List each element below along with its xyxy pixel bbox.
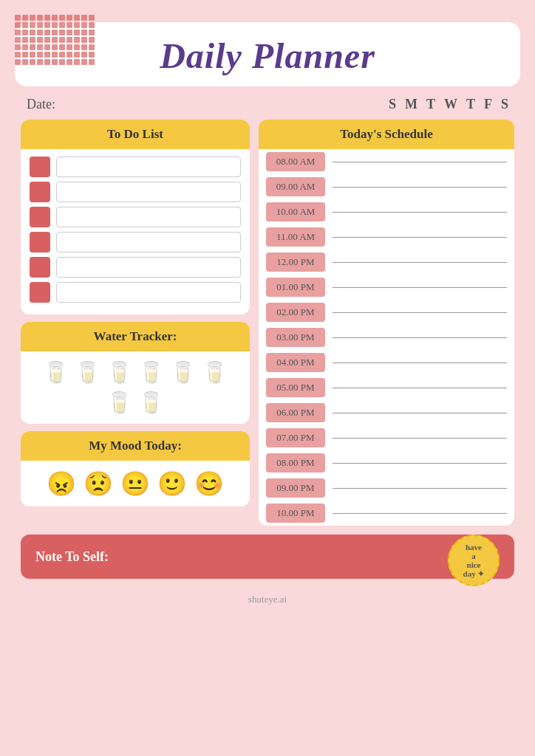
todo-checkbox-1[interactable] (30, 157, 50, 177)
glass-2[interactable]: 🥛 (75, 360, 100, 385)
todo-line-6[interactable] (56, 282, 241, 303)
todo-section: To Do List (21, 120, 250, 315)
schedule-row-0600pm: 06.00 PM (259, 400, 514, 425)
time-line-1200[interactable] (333, 262, 507, 263)
schedule-row-0800pm: 08.00 PM (259, 450, 514, 475)
time-line-1100[interactable] (333, 237, 507, 238)
schedule-row-0800: 08.00 AM (259, 149, 514, 174)
glass-3[interactable]: 🥛 (106, 360, 132, 385)
todo-line-2[interactable] (56, 182, 241, 202)
day-w: W (444, 97, 457, 112)
glass-4[interactable]: 🥛 (138, 360, 164, 385)
date-row: Date: S M T W T F S (15, 86, 520, 120)
todo-line-4[interactable] (56, 232, 241, 252)
nice-day-badge: haveaniceday ✦ (448, 535, 500, 586)
time-line-1000pm[interactable] (333, 513, 507, 514)
left-column: To Do List (21, 120, 250, 526)
time-line-0200pm[interactable] (333, 312, 507, 313)
time-0300pm: 03.00 PM (266, 328, 325, 347)
time-line-0800pm[interactable] (333, 463, 507, 464)
time-0500pm: 05.00 PM (266, 378, 325, 397)
time-0600pm: 06.00 PM (266, 403, 325, 422)
grid-decoration (15, 15, 96, 66)
todo-item-2 (30, 182, 241, 202)
mood-very-happy[interactable]: 😊 (194, 470, 224, 498)
todo-item-3 (30, 207, 241, 227)
todo-header: To Do List (21, 120, 250, 149)
time-line-0300pm[interactable] (333, 337, 507, 338)
time-1100: 11.00 AM (266, 227, 325, 247)
time-line-0900[interactable] (333, 187, 507, 188)
schedule-row-1000pm: 10.00 PM (259, 501, 514, 526)
water-glasses: 🥛 🥛 🥛 🥛 🥛 🥛 🥛 🥛 (21, 351, 250, 424)
time-line-0800[interactable] (333, 162, 507, 162)
time-1000: 10.00 AM (266, 202, 325, 221)
todo-item-5 (30, 257, 241, 278)
schedule-row-0500pm: 05.00 PM (259, 375, 514, 400)
schedule-row-1100: 11.00 AM (259, 224, 514, 250)
todo-checkbox-6[interactable] (30, 282, 50, 303)
time-line-0400pm[interactable] (333, 362, 507, 363)
schedule-row-0300pm: 03.00 PM (259, 325, 514, 350)
schedule-body: 08.00 AM 09.00 AM 10.00 AM 11.00 AM 12.0… (259, 149, 514, 526)
time-line-0100pm[interactable] (333, 287, 507, 288)
todo-checkbox-4[interactable] (30, 232, 50, 252)
schedule-row-0700pm: 07.00 PM (259, 425, 514, 450)
schedule-row-1200: 12.00 PM (259, 250, 514, 275)
schedule-row-0200pm: 02.00 PM (259, 300, 514, 325)
main-content: To Do List (15, 120, 520, 526)
time-line-0600pm[interactable] (333, 413, 507, 413)
footer: shuteye.ai (15, 579, 520, 611)
time-0200pm: 02.00 PM (266, 303, 325, 322)
mood-sad[interactable]: 😟 (84, 470, 113, 498)
date-label: Date: (27, 97, 55, 112)
time-1200: 12.00 PM (266, 252, 325, 272)
glass-6[interactable]: 🥛 (202, 360, 228, 385)
todo-content (21, 149, 250, 315)
right-column: Today's Schedule 08.00 AM 09.00 AM 10.00… (259, 120, 514, 526)
schedule-row-0900pm: 09.00 PM (259, 475, 514, 501)
time-0800: 08.00 AM (266, 152, 325, 171)
mood-header: My Mood Today: (21, 431, 250, 461)
mood-row: 😠 😟 😐 🙂 😊 (21, 461, 250, 506)
mood-section: My Mood Today: 😠 😟 😐 🙂 😊 (21, 431, 250, 506)
todo-checkbox-5[interactable] (30, 257, 50, 278)
todo-line-3[interactable] (56, 207, 241, 227)
days-row: S M T W T F S (389, 97, 508, 112)
time-line-0900pm[interactable] (333, 488, 507, 489)
footer-text: shuteye.ai (248, 594, 287, 605)
mood-angry[interactable]: 😠 (47, 470, 76, 498)
time-line-0500pm[interactable] (333, 388, 507, 388)
todo-line-1[interactable] (56, 157, 241, 177)
day-s1: S (389, 97, 396, 112)
day-t2: T (466, 97, 475, 112)
todo-line-5[interactable] (56, 257, 241, 278)
glass-5[interactable]: 🥛 (170, 360, 196, 385)
glass-1[interactable]: 🥛 (43, 360, 69, 385)
mood-neutral[interactable]: 😐 (120, 470, 150, 498)
note-label: Note To Self: (35, 549, 109, 565)
time-0100pm: 01.00 PM (266, 278, 325, 297)
note-section: Note To Self: haveaniceday ✦ (21, 535, 514, 579)
time-0900: 09.00 AM (266, 177, 325, 196)
page-title: Daily Planner (30, 35, 505, 76)
svg-rect-1 (15, 15, 96, 66)
badge-text: haveaniceday ✦ (463, 543, 485, 579)
glass-8[interactable]: 🥛 (138, 391, 164, 415)
todo-item-6 (30, 282, 241, 303)
todo-item-4 (30, 232, 241, 252)
time-0800pm: 08.00 PM (266, 453, 325, 472)
mood-happy[interactable]: 🙂 (157, 470, 187, 498)
schedule-row-0900: 09.00 AM (259, 174, 514, 199)
time-line-1000[interactable] (333, 212, 507, 213)
day-m: M (405, 97, 418, 112)
water-tracker-section: Water Tracker: 🥛 🥛 🥛 🥛 🥛 🥛 🥛 🥛 (21, 322, 250, 424)
todo-checkbox-3[interactable] (30, 207, 50, 227)
time-1000pm: 10.00 PM (266, 504, 325, 523)
todo-checkbox-2[interactable] (30, 182, 50, 202)
water-tracker-header: Water Tracker: (21, 322, 250, 351)
day-s2: S (501, 97, 508, 112)
time-line-0700pm[interactable] (333, 438, 507, 439)
time-0700pm: 07.00 PM (266, 428, 325, 447)
glass-7[interactable]: 🥛 (106, 391, 132, 415)
